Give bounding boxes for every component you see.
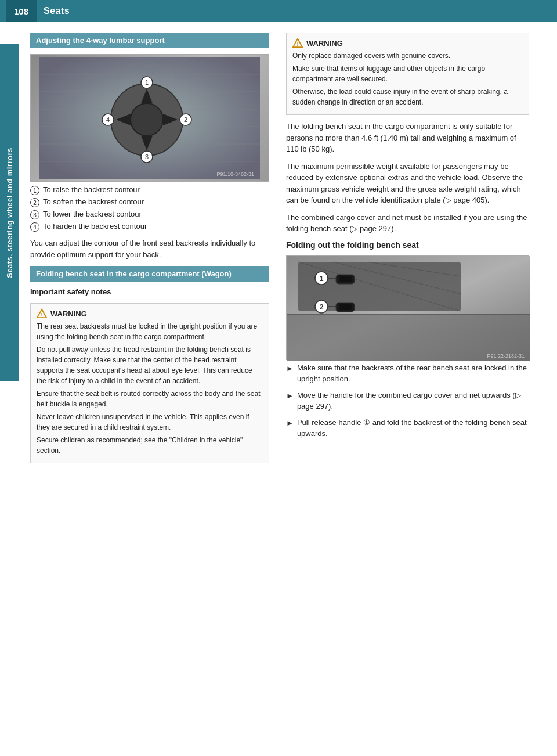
left-warning-para-2: Do not pull away unless the head restrai… bbox=[37, 344, 263, 386]
left-column: Adjusting the 4-way lumbar support bbox=[19, 22, 280, 756]
num-circle-3: 3 bbox=[30, 210, 39, 219]
right-warning-box: ! WARNING Only replace damaged covers wi… bbox=[286, 33, 529, 115]
bullet-item-1: ► Make sure that the backrests of the re… bbox=[286, 362, 529, 385]
page-wrapper: Seats, steering wheel and mirrors Adjust… bbox=[0, 22, 557, 756]
right-warning-title: ! WARNING bbox=[292, 38, 523, 48]
svg-text:1: 1 bbox=[320, 275, 324, 283]
svg-text:!: ! bbox=[297, 41, 299, 47]
svg-text:!: ! bbox=[41, 312, 43, 318]
bullet-item-3: ► Pull release handle ① and fold the bac… bbox=[286, 417, 529, 440]
folding-out-title: Folding out the folding bench seat bbox=[286, 240, 529, 250]
lumbar-item-1: 1 To raise the backrest contour bbox=[30, 185, 269, 195]
svg-text:3: 3 bbox=[145, 153, 149, 160]
svg-rect-39 bbox=[339, 304, 352, 310]
left-warning-para-4: Never leave children unsupervised in the… bbox=[37, 412, 263, 433]
svg-point-8 bbox=[131, 103, 163, 136]
lumbar-items-list: 1 To raise the backrest contour 2 To sof… bbox=[30, 185, 269, 232]
sidebar-tab: Seats, steering wheel and mirrors bbox=[0, 44, 19, 381]
left-warning-para-3: Ensure that the seat belt is routed corr… bbox=[37, 388, 263, 409]
header-title: Seats bbox=[44, 6, 70, 16]
svg-text:P91.22-2182-31: P91.22-2182-31 bbox=[487, 353, 525, 359]
right-body-text-3: The combined cargo cover and net must be… bbox=[286, 212, 529, 235]
right-warning-para-2: Make sure that items of luggage and othe… bbox=[292, 63, 523, 84]
lumbar-item-2: 2 To soften the backrest contour bbox=[30, 197, 269, 207]
num-circle-4: 4 bbox=[30, 222, 39, 232]
bullet-arrow-3: ► bbox=[286, 417, 294, 429]
right-warning-para-3: Otherwise, the load could cause injury i… bbox=[292, 87, 523, 107]
warning-icon-right: ! bbox=[292, 38, 303, 48]
svg-text:1: 1 bbox=[145, 79, 149, 86]
bullet-arrow-1: ► bbox=[286, 363, 294, 375]
svg-text:2: 2 bbox=[184, 116, 187, 123]
header-bar: 108 Seats bbox=[0, 0, 557, 22]
svg-text:2: 2 bbox=[320, 303, 324, 311]
left-warning-title: ! WARNING bbox=[37, 308, 263, 319]
num-circle-1: 1 bbox=[30, 186, 39, 195]
right-warning-para-1: Only replace damaged covers with genuine… bbox=[292, 51, 523, 61]
lumbar-body-text: You can adjust the contour of the front … bbox=[30, 237, 269, 260]
left-warning-para-1: The rear seat backrests must be locked i… bbox=[37, 321, 263, 342]
cargo-seat-image: 1 2 P91.22-2182-31 bbox=[286, 255, 529, 360]
left-warning-box: ! WARNING The rear seat backrests must b… bbox=[30, 303, 269, 463]
page-number: 108 bbox=[6, 0, 37, 22]
num-circle-2: 2 bbox=[30, 198, 39, 207]
lumbar-item-3: 3 To lower the backrest contour bbox=[30, 210, 269, 219]
bullet-item-2: ► Move the handle for the combined cargo… bbox=[286, 390, 529, 412]
warning-icon-left: ! bbox=[37, 308, 47, 319]
lumbar-item-4: 4 To harden the backrest contour bbox=[30, 222, 269, 232]
left-warning-para-5: Secure children as recommended; see the … bbox=[37, 435, 263, 456]
sidebar-label: Seats, steering wheel and mirrors bbox=[5, 147, 14, 278]
folding-section-header: Folding bench seat in the cargo compartm… bbox=[30, 266, 269, 282]
safety-notes-title: Important safety notes bbox=[30, 287, 269, 298]
lumbar-section-header: Adjusting the 4-way lumbar support bbox=[30, 33, 269, 48]
lumbar-diagram-image: 1 2 3 4 P91.10-3462-31 bbox=[30, 54, 269, 182]
bullet-arrow-2: ► bbox=[286, 390, 294, 402]
right-body-text-1: The folding bench seat in the cargo comp… bbox=[286, 121, 529, 155]
svg-text:P91.10-3462-31: P91.10-3462-31 bbox=[216, 171, 254, 177]
svg-rect-34 bbox=[339, 276, 352, 282]
right-column: ! WARNING Only replace damaged covers wi… bbox=[280, 22, 540, 756]
right-body-text-2: The maximum permissible weight available… bbox=[286, 161, 529, 206]
svg-text:4: 4 bbox=[106, 116, 110, 123]
